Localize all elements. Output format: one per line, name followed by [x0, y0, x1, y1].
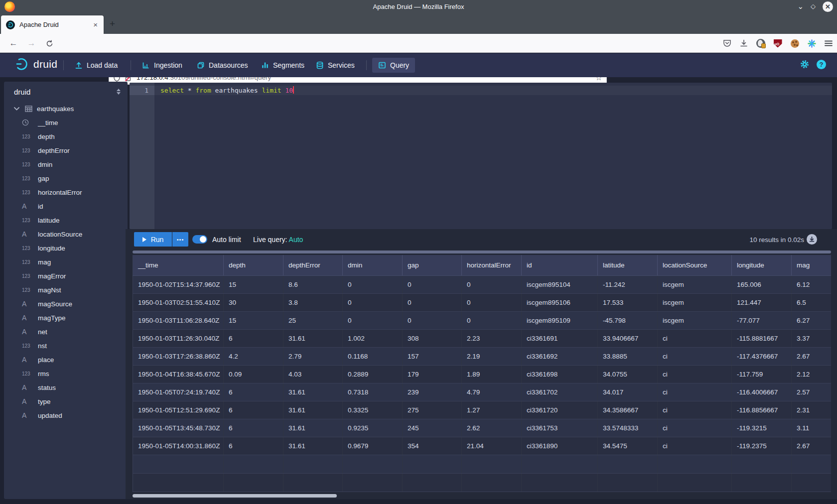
table-cell[interactable]: 2.31 — [792, 401, 832, 419]
table-cell[interactable]: -115.8881667 — [732, 329, 792, 347]
ublock-origin-icon[interactable]: uO — [769, 36, 786, 50]
sidebar-column-item[interactable]: 123magError — [4, 269, 128, 283]
sidebar-column-item[interactable]: 123depth — [4, 129, 128, 143]
table-cell[interactable]: 275 — [403, 401, 462, 419]
table-cell[interactable]: 0.7318 — [343, 383, 403, 401]
table-cell[interactable]: 1950-01-05T07:24:19.740Z — [133, 383, 224, 401]
table-cell[interactable]: 1950-01-03T11:26:30.040Z — [133, 329, 224, 347]
browser-tab[interactable]: Apache Druid × — [1, 15, 104, 34]
download-results-icon[interactable] — [807, 234, 817, 245]
window-maximize-button[interactable]: ◇ — [811, 1, 816, 12]
sidebar-column-item[interactable]: Aupdated — [4, 408, 128, 422]
table-cell[interactable]: 0.9679 — [343, 437, 403, 455]
sidebar-column-item[interactable]: Astatus — [4, 380, 128, 394]
table-cell[interactable]: 2.67 — [792, 437, 832, 455]
column-header[interactable]: depthError — [283, 255, 343, 275]
column-header[interactable]: locationSource — [658, 255, 732, 275]
run-more-options-button[interactable]: ••• — [172, 232, 188, 247]
table-cell[interactable]: ci — [658, 329, 732, 347]
table-cell[interactable]: -117.759 — [732, 365, 792, 383]
table-cell[interactable]: 34.0755 — [598, 365, 658, 383]
sidebar-column-item[interactable]: __time — [4, 116, 128, 129]
table-cell[interactable]: 1950-01-03T17:26:38.860Z — [133, 347, 224, 365]
table-cell[interactable]: 0.2889 — [343, 365, 403, 383]
column-header[interactable]: gap — [403, 255, 462, 275]
table-cell[interactable]: 2.23 — [462, 329, 522, 347]
table-cell[interactable]: iscgem895104 — [522, 275, 598, 293]
table-cell[interactable]: 30 — [224, 293, 283, 311]
table-cell[interactable]: 6.12 — [792, 275, 832, 293]
query-text[interactable]: select * from earthquakes limit 10 — [160, 86, 294, 95]
table-cell[interactable]: 354 — [403, 437, 462, 455]
back-button[interactable]: ← — [7, 37, 20, 49]
table-cell[interactable]: 6 — [224, 401, 283, 419]
table-cell[interactable]: 4.03 — [283, 365, 343, 383]
sidebar-column-item[interactable]: 123depthError — [4, 143, 128, 157]
table-cell[interactable]: 0 — [343, 311, 403, 329]
window-minimize-button[interactable]: ⌄ — [797, 1, 804, 12]
sort-icon[interactable] — [117, 89, 121, 95]
table-cell[interactable]: 4.2 — [224, 347, 283, 365]
table-cell[interactable]: 34.3586667 — [598, 401, 658, 419]
table-cell[interactable]: ci3361702 — [522, 383, 598, 401]
table-cell[interactable]: ci — [658, 401, 732, 419]
help-icon[interactable]: ? — [817, 60, 826, 69]
table-cell[interactable]: 34.017 — [598, 383, 658, 401]
column-header[interactable]: mag — [792, 255, 832, 275]
table-cell[interactable]: 1.89 — [462, 365, 522, 383]
column-header[interactable]: longitude — [732, 255, 792, 275]
table-cell[interactable]: 0 — [403, 311, 462, 329]
table-cell[interactable]: -45.798 — [598, 311, 658, 329]
table-cell[interactable]: 3.37 — [792, 329, 832, 347]
table-cell[interactable]: ci — [658, 383, 732, 401]
table-cell[interactable]: 0 — [403, 293, 462, 311]
column-header[interactable]: id — [522, 255, 598, 275]
table-cell[interactable]: iscgem — [658, 311, 732, 329]
table-cell[interactable]: 1950-01-05T14:00:31.860Z — [133, 437, 224, 455]
table-cell[interactable]: -119.3215 — [732, 419, 792, 437]
table-cell[interactable]: 6.5 — [792, 293, 832, 311]
table-cell[interactable]: -117.4376667 — [732, 347, 792, 365]
forward-button[interactable]: → — [25, 37, 38, 49]
nav-item-datasources[interactable]: Datasources — [197, 59, 248, 71]
table-cell[interactable]: 0.9235 — [343, 419, 403, 437]
table-cell[interactable]: ci3361698 — [522, 365, 598, 383]
table-cell[interactable]: 1.002 — [343, 329, 403, 347]
table-cell[interactable]: 4.79 — [462, 383, 522, 401]
pocket-icon[interactable] — [718, 36, 735, 50]
horizontal-scrollbar[interactable] — [133, 494, 337, 498]
table-cell[interactable]: 1950-01-05T12:51:29.690Z — [133, 401, 224, 419]
table-cell[interactable]: ci — [658, 365, 732, 383]
nav-item-segments[interactable]: Segments — [261, 59, 304, 71]
table-cell[interactable]: 8.6 — [283, 275, 343, 293]
sidebar-column-item[interactable]: 123magNst — [4, 283, 128, 297]
column-header[interactable]: latitude — [598, 255, 658, 275]
table-cell[interactable]: 1950-01-04T16:38:45.670Z — [133, 365, 224, 383]
column-header[interactable]: dmin — [343, 255, 403, 275]
sidebar-column-item[interactable]: Aplace — [4, 353, 128, 367]
sidebar-column-item[interactable]: 123rms — [4, 367, 128, 380]
table-cell[interactable]: 34.5475 — [598, 437, 658, 455]
table-cell[interactable]: 17.533 — [598, 293, 658, 311]
table-cell[interactable]: 1.27 — [462, 401, 522, 419]
sidebar-column-item[interactable]: 123gap — [4, 171, 128, 185]
table-cell[interactable]: iscgem — [658, 293, 732, 311]
editor-results-splitter[interactable] — [133, 251, 831, 253]
schema-selector[interactable]: druid — [4, 82, 128, 102]
table-cell[interactable]: 0.1168 — [343, 347, 403, 365]
table-cell[interactable]: 15 — [224, 311, 283, 329]
table-cell[interactable]: 15 — [224, 275, 283, 293]
window-close-button[interactable]: ✕ — [823, 1, 833, 12]
sidebar-table-earthquakes[interactable]: earthquakes — [4, 102, 128, 116]
table-cell[interactable]: 0 — [403, 275, 462, 293]
sidebar-column-item[interactable]: AmagType — [4, 311, 128, 325]
table-cell[interactable]: -11.242 — [598, 275, 658, 293]
cookie-extension-icon[interactable] — [786, 36, 803, 50]
table-cell[interactable]: 0 — [462, 293, 522, 311]
sidebar-column-item[interactable]: Atype — [4, 394, 128, 408]
sidebar-column-item[interactable]: 123nst — [4, 339, 128, 353]
nav-item-services[interactable]: Services — [316, 59, 355, 71]
table-cell[interactable]: 6.27 — [792, 311, 832, 329]
table-cell[interactable]: 33.5748333 — [598, 419, 658, 437]
privacy-extension-icon[interactable] — [752, 36, 769, 50]
